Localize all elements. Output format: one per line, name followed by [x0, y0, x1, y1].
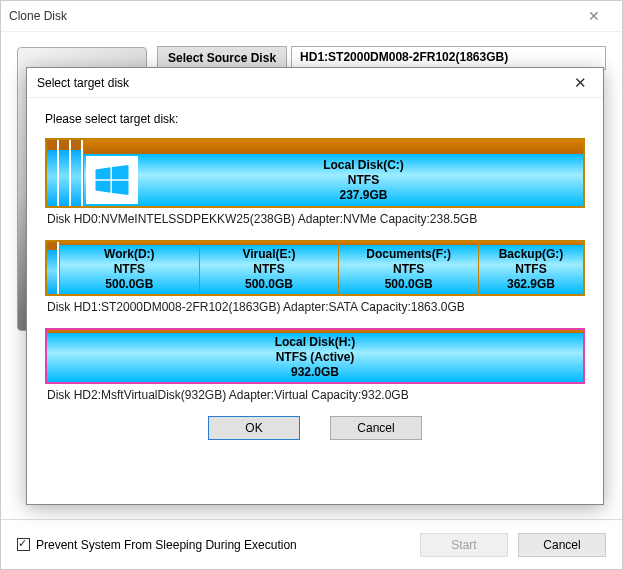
prevent-sleep-checkbox[interactable]: Prevent System From Sleeping During Exec…: [17, 538, 297, 552]
reserved-strip: [47, 242, 57, 294]
partition[interactable]: Local Disk(C:) NTFS 237.9GB: [83, 140, 583, 206]
partition-size: 362.9GB: [507, 277, 555, 292]
window-title: Clone Disk: [9, 9, 67, 23]
reserved-strip: [59, 140, 69, 206]
ok-button[interactable]: OK: [208, 416, 300, 440]
disk-caption: Disk HD0:NVMeINTELSSDPEKKW25(238GB) Adap…: [47, 212, 585, 226]
partition-size: 932.0GB: [291, 365, 339, 380]
clone-disk-window: Clone Disk ✕ Select Source Disk HD1:ST20…: [0, 0, 623, 570]
partition-fs: NTFS: [393, 262, 424, 277]
dialog-titlebar: Select target disk ✕: [27, 68, 603, 98]
windows-logo-icon: [86, 156, 138, 204]
disk-bar-hd2[interactable]: Local Disk(H:) NTFS (Active) 932.0GB: [45, 328, 585, 384]
disk-caption: Disk HD1:ST2000DM008-2FR102(1863GB) Adap…: [47, 300, 585, 314]
partition[interactable]: Work(D:) NTFS 500.0GB: [59, 242, 199, 294]
partition-name: Backup(G:): [499, 247, 564, 262]
cancel-button[interactable]: Cancel: [518, 533, 606, 557]
checkbox-icon: [17, 538, 30, 551]
partition-name: Local Disk(C:): [323, 158, 404, 173]
dialog-button-row: OK Cancel: [45, 416, 585, 440]
partition-name: Local Disk(H:): [275, 335, 356, 350]
disk-bar-hd1[interactable]: Work(D:) NTFS 500.0GB Virual(E:) NTFS 50…: [45, 240, 585, 296]
partition[interactable]: Backup(G:) NTFS 362.9GB: [478, 242, 583, 294]
partition-fs: NTFS: [253, 262, 284, 277]
close-icon[interactable]: ✕: [568, 74, 593, 92]
disk-block: Local Disk(C:) NTFS 237.9GB Disk HD0:NVM…: [45, 138, 585, 226]
partition-fs: NTFS (Active): [276, 350, 355, 365]
partition[interactable]: Local Disk(H:) NTFS (Active) 932.0GB: [47, 330, 583, 382]
partition-name: Virual(E:): [242, 247, 295, 262]
partition-fs: NTFS: [348, 173, 379, 188]
source-bar: Select Source Disk HD1:ST2000DM008-2FR10…: [157, 32, 622, 70]
reserved-strip: [71, 140, 81, 206]
dialog-cancel-button[interactable]: Cancel: [330, 416, 422, 440]
disk-block: Local Disk(H:) NTFS (Active) 932.0GB Dis…: [45, 328, 585, 402]
reserved-strip: [47, 140, 57, 206]
select-target-disk-dialog: Select target disk ✕ Please select targe…: [26, 67, 604, 505]
partition-size: 500.0GB: [245, 277, 293, 292]
partition-size: 237.9GB: [339, 188, 387, 203]
partition[interactable]: Documents(F:) NTFS 500.0GB: [338, 242, 478, 294]
window-bottom-bar: Prevent System From Sleeping During Exec…: [1, 519, 622, 569]
partition-fs: NTFS: [114, 262, 145, 277]
partition-name: Documents(F:): [366, 247, 451, 262]
prevent-sleep-label: Prevent System From Sleeping During Exec…: [36, 538, 297, 552]
partition-size: 500.0GB: [105, 277, 153, 292]
window-titlebar: Clone Disk ✕: [1, 1, 622, 31]
disk-caption: Disk HD2:MsftVirtualDisk(932GB) Adapter:…: [47, 388, 585, 402]
start-button: Start: [420, 533, 508, 557]
dialog-message: Please select target disk:: [45, 112, 585, 126]
disk-block: Work(D:) NTFS 500.0GB Virual(E:) NTFS 50…: [45, 240, 585, 314]
dialog-title: Select target disk: [37, 76, 129, 90]
partition-fs: NTFS: [515, 262, 546, 277]
partition[interactable]: Virual(E:) NTFS 500.0GB: [199, 242, 339, 294]
close-icon[interactable]: ✕: [574, 8, 614, 24]
partition-size: 500.0GB: [385, 277, 433, 292]
disk-bar-hd0[interactable]: Local Disk(C:) NTFS 237.9GB: [45, 138, 585, 208]
partition-name: Work(D:): [104, 247, 154, 262]
